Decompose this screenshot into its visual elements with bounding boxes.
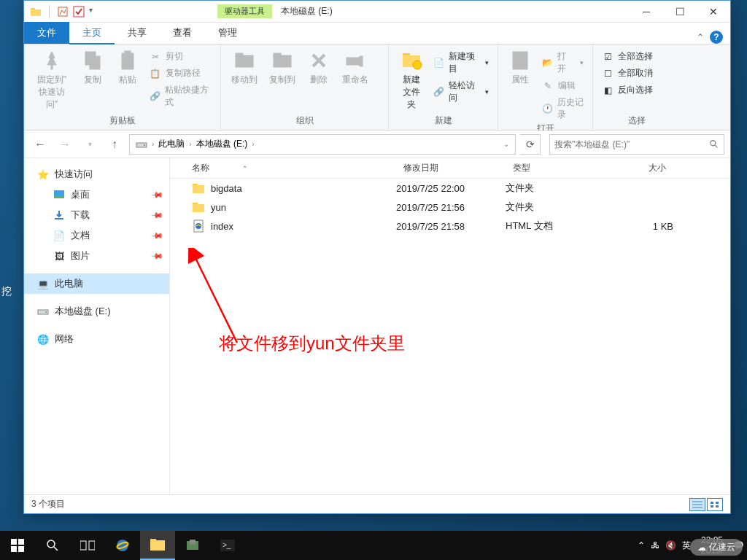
documents-icon: 📄 (53, 230, 65, 241)
sidebar-quick-access[interactable]: ⭐快速访问 (24, 164, 169, 184)
file-row[interactable]: index2019/7/25 21:58HTML 文档1 KB (170, 217, 730, 236)
tab-file[interactable]: 文件 (24, 22, 69, 44)
open-button[interactable]: 📂打开▾ (539, 49, 587, 77)
qat-dropdown-icon[interactable]: ▾ (89, 6, 101, 18)
tab-view[interactable]: 查看 (160, 22, 205, 44)
history-button[interactable]: 🕐历史记录 (539, 95, 587, 122)
sidebar-desktop[interactable]: 桌面📌 (24, 184, 169, 205)
back-button[interactable]: ← (30, 134, 50, 155)
delete-icon (307, 49, 330, 72)
cut-button[interactable]: ✂剪切 (147, 49, 214, 64)
file-row[interactable]: bigdata2019/7/25 22:00文件夹 (170, 179, 730, 198)
move-icon (233, 49, 256, 72)
sidebar-pictures[interactable]: 🖼图片📌 (24, 246, 169, 266)
tray-network-icon[interactable]: 🖧 (651, 540, 659, 551)
help-icon[interactable]: ? (710, 31, 723, 44)
rename-button[interactable]: 重命名 (338, 47, 373, 88)
taskbar-explorer[interactable] (140, 531, 175, 560)
folder-icon (192, 201, 205, 214)
taskbar-app1[interactable] (175, 531, 210, 560)
edit-icon: ✎ (542, 80, 554, 92)
crumb-drive[interactable]: 本地磁盘 (E:) (193, 138, 251, 150)
group-organize-label: 组织 (227, 114, 382, 128)
view-large-icons-button[interactable] (707, 498, 723, 511)
chevron-right-icon[interactable]: › (150, 140, 155, 148)
edit-button[interactable]: ✎编辑 (539, 78, 587, 93)
move-to-button[interactable]: 移动到 (227, 47, 262, 88)
paste-shortcut-button[interactable]: 🔗粘贴快捷方式 (147, 82, 214, 110)
chevron-right-icon[interactable]: › (187, 140, 193, 148)
pc-icon: 💻 (37, 278, 49, 289)
copy-icon (81, 49, 104, 72)
svg-rect-56 (190, 540, 196, 544)
tab-home[interactable]: 主页 (69, 22, 115, 44)
col-type[interactable]: 类型 (506, 162, 600, 174)
sidebar-this-pc[interactable]: 💻此电脑 (24, 273, 169, 294)
pin-icon (40, 49, 63, 72)
copy-path-button[interactable]: 📋复制路径 (147, 66, 214, 81)
sidebar-downloads[interactable]: 下载📌 (24, 205, 169, 225)
taskbar-ie[interactable] (105, 531, 140, 560)
tray-chevron-up-icon[interactable]: ⌃ (638, 540, 645, 551)
chevron-right-icon[interactable]: › (250, 140, 255, 148)
up-button[interactable]: ↑ (104, 134, 125, 155)
collapse-ribbon-icon[interactable]: ⌃ (697, 32, 704, 42)
select-none-button[interactable]: ☐全部取消 (599, 66, 656, 81)
start-button[interactable] (0, 531, 35, 560)
paste-button[interactable]: 粘贴 (112, 47, 144, 88)
refresh-button[interactable]: ⟳ (520, 134, 541, 155)
new-folder-button[interactable]: 新建 文件夹 (395, 47, 427, 112)
scissors-icon: ✂ (150, 51, 161, 63)
tab-manage[interactable]: 管理 (205, 22, 250, 44)
new-folder-icon (400, 49, 423, 72)
easy-access-button[interactable]: 🔗轻松访问▾ (430, 78, 492, 106)
crumb-this-pc[interactable]: 此电脑 (155, 138, 187, 150)
address-bar[interactable]: › 此电脑 › 本地磁盘 (E:) › ⌄ (129, 134, 516, 155)
shortcut-icon: 🔗 (150, 90, 160, 102)
forward-button[interactable]: → (55, 134, 75, 155)
col-size[interactable]: 大小 (600, 162, 673, 174)
path-icon: 📋 (150, 68, 161, 79)
tab-share[interactable]: 共享 (115, 22, 160, 44)
close-button[interactable]: ✕ (697, 1, 730, 23)
search-box[interactable] (549, 134, 724, 155)
qat-properties-icon[interactable] (57, 6, 69, 18)
sidebar-local-disk-e[interactable]: 本地磁盘 (E:) (24, 301, 169, 322)
addr-dropdown-icon[interactable]: ⌄ (500, 140, 512, 148)
pin-quick-access-button[interactable]: 固定到" 快速访问" (30, 47, 74, 112)
taskbar-cmd[interactable]: >_ (210, 531, 245, 560)
maximize-button[interactable]: ☐ (663, 1, 697, 23)
view-details-button[interactable] (689, 498, 705, 511)
search-icon (709, 139, 719, 149)
search-input[interactable] (554, 139, 709, 149)
qat-checkbox-icon[interactable] (73, 6, 85, 18)
minimize-button[interactable]: ─ (630, 1, 663, 23)
sidebar-documents[interactable]: 📄文档📌 (24, 225, 169, 246)
file-row[interactable]: yun2019/7/25 21:56文件夹 (170, 198, 730, 217)
folder-icon (192, 182, 205, 195)
col-date[interactable]: 修改日期 (396, 162, 506, 174)
svg-point-21 (711, 140, 716, 145)
copy-to-button[interactable]: 复制到 (265, 47, 300, 88)
group-new-label: 新建 (395, 114, 492, 128)
statusbar: 3 个项目 (24, 494, 730, 513)
select-all-button[interactable]: ☑全部选择 (599, 49, 656, 64)
sidebar-network[interactable]: 🌐网络 (24, 329, 169, 349)
search-icon[interactable] (35, 531, 70, 560)
svg-rect-44 (11, 546, 17, 552)
recent-dropdown[interactable]: ▾ (80, 134, 100, 155)
new-item-button[interactable]: 📄新建项目▾ (430, 49, 492, 77)
svg-rect-12 (274, 55, 291, 67)
delete-button[interactable]: 删除 (303, 47, 335, 88)
tray-volume-icon[interactable]: 🔇 (665, 540, 676, 551)
properties-button[interactable]: 属性 (504, 47, 536, 88)
file-type: 文件夹 (506, 182, 600, 195)
task-view-icon[interactable] (70, 531, 105, 560)
svg-rect-37 (711, 502, 713, 504)
qat-separator (49, 5, 50, 18)
svg-rect-4 (51, 65, 53, 69)
invert-selection-button[interactable]: ◧反向选择 (599, 82, 656, 98)
column-headers[interactable]: 名称⌃ 修改日期 类型 大小 (170, 158, 730, 179)
copy-button[interactable]: 复制 (77, 47, 109, 88)
col-name[interactable]: 名称 (192, 163, 209, 173)
